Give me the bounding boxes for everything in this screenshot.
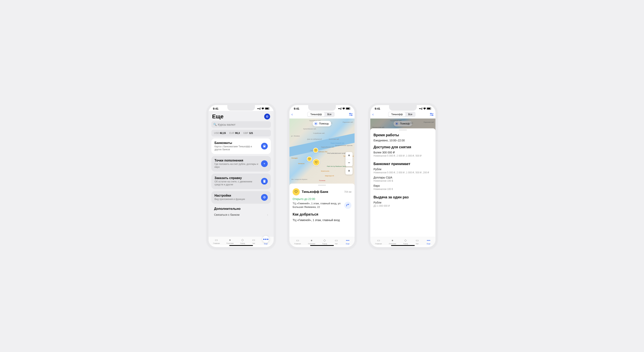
atm-name: Тинькофф Банк: [302, 190, 342, 194]
tab-more[interactable]: ●●●Еще: [346, 238, 350, 245]
card-statement[interactable]: Заказать справку Об остатке на счете, с …: [211, 174, 271, 189]
back-button[interactable]: ‹: [372, 112, 374, 117]
tab-city[interactable]: ◇Город: [322, 238, 327, 245]
notch: [389, 105, 417, 111]
card-atms[interactable]: Банкоматы Карта с банкоматами Тинькофф и…: [211, 138, 271, 154]
link-label: Связаться с банком: [214, 213, 240, 216]
atm-logo: 🛡: [292, 188, 300, 195]
help-icon: ◉: [314, 122, 318, 126]
route-button[interactable]: [344, 202, 352, 209]
tabbar: ▭Главная ●Платежи ◇Город ▭Чат ●●●Еще: [290, 237, 354, 245]
zoom-out[interactable]: −: [346, 159, 352, 166]
atm-icon: [261, 143, 268, 149]
segment-control[interactable]: Тинькофф Все: [307, 112, 335, 117]
phone-details-screen: 9:41 ••ıl ‹ Тинькофф Все ◉ Помощь Оружей…: [368, 103, 438, 249]
atm-pin[interactable]: 🛡: [313, 148, 318, 153]
tabbar: ▭Главная ●Платежи ◇Город ▭Чат ●●●Еще: [370, 237, 436, 245]
search-field[interactable]: 🔍: [211, 121, 271, 128]
seg-all[interactable]: Все: [406, 112, 415, 117]
svg-point-10: [430, 113, 432, 114]
avatar[interactable]: О: [264, 114, 270, 119]
wifi-icon: [342, 107, 345, 110]
home-indicator: [310, 245, 334, 246]
filter-icon[interactable]: [430, 113, 434, 116]
payments-icon: ●: [390, 238, 394, 243]
rate-cur: USD: [214, 132, 219, 134]
phone-more-screen: 9:41 ••ıl Еще О 🔍 USD82,15 EUR90,3 GBP12…: [206, 103, 276, 249]
usd-label: Доллары США: [374, 176, 432, 179]
battery-icon: [427, 107, 431, 110]
tab-chat[interactable]: ▭Чат: [252, 238, 256, 245]
seg-all[interactable]: Все: [324, 112, 334, 117]
tab-more[interactable]: ●●●Еще: [262, 238, 269, 245]
seg-tinkoff[interactable]: Тинькофф: [388, 112, 406, 117]
card-settings[interactable]: Настройки Вид приложения и функции ⚙: [211, 191, 271, 204]
card-sub: Где положить на счет рубли, доллары и ев…: [214, 163, 259, 169]
sheet-handle[interactable]: [318, 185, 326, 186]
sheet-handle[interactable]: [399, 130, 407, 130]
tab-city[interactable]: ◇Город: [403, 238, 408, 245]
howto-text: ТЦ «Гименей», 1 этаж, главный вход: [290, 218, 354, 222]
chat-icon: ▭: [334, 238, 338, 243]
tab-chat[interactable]: ▭Чат: [415, 238, 419, 245]
locate-button[interactable]: [346, 167, 352, 175]
card-sub: Вид приложения и функции: [214, 198, 259, 201]
city-icon: ◇: [403, 238, 408, 243]
tab-home[interactable]: ▭Главная: [294, 238, 301, 245]
rate-val: 90,3: [235, 132, 240, 134]
document-icon: [261, 178, 268, 185]
tab-chat[interactable]: ▭Чат: [334, 238, 338, 245]
search-input[interactable]: [218, 123, 269, 126]
home-indicator: [229, 245, 253, 246]
currency-rates[interactable]: USD82,15 EUR90,3 GBP121: [211, 130, 271, 136]
card-title: Заказать справку: [214, 176, 259, 180]
payments-icon: ●: [228, 238, 232, 242]
notch: [308, 105, 336, 111]
perop-rub: Рубли: [374, 201, 432, 204]
hours-title: Время работы: [374, 133, 432, 137]
atm-pin[interactable]: 🛡: [307, 156, 312, 161]
card-topup[interactable]: Точки пополнения Где положить на счет ру…: [211, 156, 271, 172]
more-icon: ●●●: [346, 238, 350, 243]
home-icon: ▭: [214, 238, 218, 242]
map[interactable]: Оружейная наб. р. Москва Раушская наб. К…: [290, 118, 354, 186]
rate-val: 82,15: [220, 132, 226, 134]
back-button[interactable]: ‹: [292, 112, 293, 117]
tab-city[interactable]: ◇Город: [240, 238, 245, 245]
card-title: Настройки: [214, 194, 259, 197]
card-sub: Об остатке на счете, с движением средств…: [214, 180, 259, 186]
rate-cur: GBP: [243, 132, 248, 134]
atm-details-sheet[interactable]: Время работы Ежедневно, 10:00–22:00 Дост…: [370, 128, 436, 237]
tab-payments[interactable]: ●Платежи: [226, 238, 234, 245]
atm-pin-selected[interactable]: 🛡: [313, 159, 320, 166]
more-icon: ●●●: [264, 237, 268, 241]
battery-icon: [265, 107, 269, 110]
section-extra: Дополнительно: [208, 206, 274, 212]
segment-control[interactable]: Тинькофф Все: [388, 112, 416, 117]
tab-more[interactable]: ●●●Еще: [426, 238, 431, 245]
status-time: 9:41: [294, 107, 299, 110]
eur-denom: Номиналом 100 €: [374, 188, 432, 191]
tab-payments[interactable]: ●Платежи: [308, 238, 315, 245]
notch: [227, 105, 255, 111]
svg-point-6: [350, 113, 350, 114]
filter-icon[interactable]: [349, 113, 352, 116]
card-title: Точки пополнения: [214, 159, 259, 162]
status-time: 9:41: [375, 107, 380, 110]
tab-home[interactable]: ▭Главная: [213, 238, 220, 245]
rate-val: 121: [249, 132, 253, 134]
zoom-in[interactable]: +: [346, 152, 352, 159]
help-button[interactable]: ◉ Помощь: [313, 121, 331, 126]
link-contact-bank[interactable]: Связаться с банком ›: [208, 212, 274, 218]
payments-icon: ●: [309, 238, 314, 243]
seg-tinkoff[interactable]: Тинькофф: [308, 112, 324, 117]
atm-sheet[interactable]: 🛡 Тинькофф Банк 704 км Открыто до 22:00 …: [290, 184, 354, 237]
chat-icon: ▭: [252, 238, 256, 242]
help-icon: ◉: [395, 122, 399, 126]
hours-text: Ежедневно, 10:00–22:00: [374, 139, 432, 142]
svg-rect-3: [264, 180, 265, 181]
signal-icon: ••ıl: [419, 107, 422, 110]
tab-payments[interactable]: ●Платежи: [389, 238, 396, 245]
svg-point-8: [351, 115, 352, 116]
tab-home[interactable]: ▭Главная: [375, 238, 382, 245]
